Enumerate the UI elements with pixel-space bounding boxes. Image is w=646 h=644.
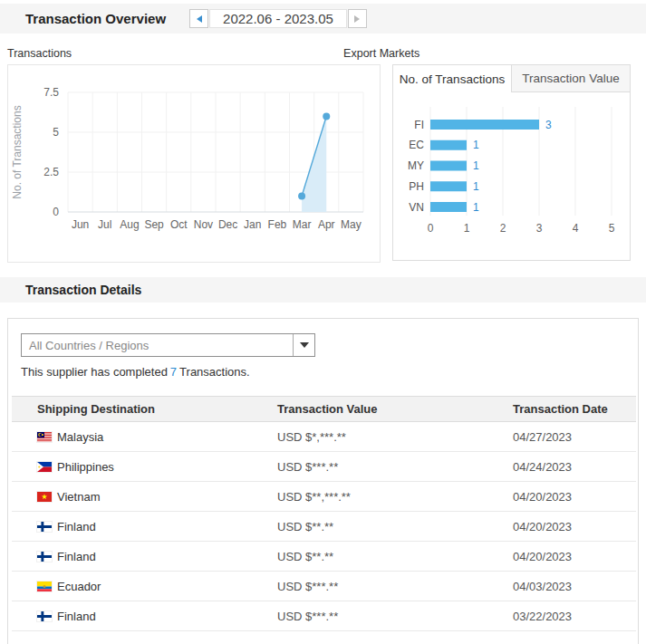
- export-markets-panel: No. of Transactions Transaction Value 01…: [392, 64, 631, 261]
- shipping-destination-cell: Vietnam: [12, 482, 277, 512]
- svg-text:1: 1: [473, 159, 479, 172]
- next-period-button[interactable]: [348, 9, 367, 28]
- svg-text:0: 0: [53, 206, 59, 218]
- svg-text:FI: FI: [414, 119, 424, 131]
- transaction-table-body: MalaysiaUSD $*,***.**04/27/2023Philippin…: [12, 422, 636, 631]
- svg-text:Nov: Nov: [194, 218, 213, 231]
- svg-text:3: 3: [536, 222, 543, 235]
- transactions-line-chart-panel: 02.557.5JunJulAugSepOctNovDecJanFebMarAp…: [7, 64, 381, 263]
- summary-suffix: Transactions.: [179, 365, 250, 379]
- country-name: Vietnam: [57, 490, 100, 504]
- svg-text:Jun: Jun: [72, 218, 89, 231]
- transaction-date-cell: 04/03/2023: [513, 572, 636, 601]
- export-markets-bar-chart: 012345FI3EC1MY1PH1VN1: [393, 92, 630, 260]
- table-row: FinlandUSD $**.**04/20/2023: [12, 542, 636, 572]
- svg-text:1: 1: [473, 139, 479, 151]
- svg-text:5: 5: [53, 126, 59, 139]
- country-filter-dropdown[interactable]: All Countries / Regions: [21, 333, 315, 357]
- svg-text:3: 3: [545, 119, 552, 131]
- col-transaction-date: Transaction Date: [513, 397, 636, 422]
- country-name: Finland: [57, 550, 96, 563]
- transaction-details-header: Transaction Details: [0, 277, 646, 303]
- transaction-date-cell: 04/20/2023: [513, 542, 636, 572]
- svg-text:2.5: 2.5: [43, 166, 59, 178]
- svg-text:MY: MY: [408, 159, 424, 172]
- country-name: Finland: [57, 520, 96, 533]
- country-filter-value: All Countries / Regions: [22, 339, 293, 352]
- svg-text:5: 5: [609, 222, 615, 235]
- table-row: FinlandUSD $***.**03/22/2023: [12, 601, 636, 631]
- transaction-value-cell: USD $**.**: [277, 512, 513, 542]
- tab-no-of-transactions[interactable]: No. of Transactions: [393, 65, 511, 92]
- table-row: FinlandUSD $**.**04/20/2023: [12, 512, 636, 542]
- date-range-label: 2022.06 - 2023.05: [209, 9, 347, 28]
- shipping-destination-cell: Finland: [12, 542, 277, 572]
- country-name: Malaysia: [57, 430, 103, 444]
- dropdown-caret-button[interactable]: [293, 334, 314, 356]
- svg-text:4: 4: [573, 222, 579, 235]
- transactions-chart-label: Transactions: [7, 47, 72, 62]
- transactions-line-chart: 02.557.5JunJulAugSepOctNovDecJanFebMarAp…: [8, 65, 380, 262]
- svg-text:1: 1: [473, 201, 479, 214]
- table-row: MalaysiaUSD $*,***.**04/27/2023: [12, 422, 636, 452]
- transaction-value-cell: USD $**.**: [277, 542, 513, 572]
- shipping-destination-cell: Malaysia: [12, 422, 277, 452]
- shipping-destination-cell: Finland: [12, 601, 277, 631]
- svg-text:Feb: Feb: [268, 218, 287, 231]
- table-row: EcuadorUSD $***.**04/03/2023: [12, 572, 636, 601]
- transaction-date-cell: 04/27/2023: [513, 422, 636, 452]
- svg-text:Dec: Dec: [218, 218, 237, 231]
- svg-text:Aug: Aug: [120, 218, 139, 231]
- country-name: Philippines: [57, 460, 114, 474]
- transaction-value-cell: USD $***.**: [277, 452, 513, 482]
- svg-text:PH: PH: [409, 180, 424, 193]
- flag-vn-icon: [37, 492, 52, 502]
- svg-text:May: May: [341, 218, 362, 231]
- shipping-destination-cell: Finland: [12, 512, 277, 542]
- transaction-date-cell: 04/24/2023: [513, 452, 636, 482]
- shipping-destination-cell: Ecuador: [12, 572, 277, 601]
- country-name: Finland: [57, 610, 96, 623]
- flag-fi-icon: [37, 522, 52, 532]
- transaction-value-cell: USD $***.**: [277, 572, 513, 601]
- date-range-navigator: 2022.06 - 2023.05: [189, 9, 367, 29]
- transactions-table: Shipping Destination Transaction Value T…: [12, 396, 636, 631]
- prev-period-button[interactable]: [189, 9, 208, 28]
- export-markets-label: Export Markets: [343, 47, 419, 62]
- flag-fi-icon: [37, 552, 52, 562]
- chevron-right-icon: [354, 15, 360, 23]
- svg-text:Jan: Jan: [244, 218, 261, 231]
- transaction-date-cell: 04/20/2023: [513, 482, 636, 512]
- svg-text:Jul: Jul: [98, 218, 111, 231]
- flag-fi-icon: [37, 611, 52, 621]
- flag-my-icon: [37, 432, 52, 442]
- transaction-value-cell: USD $**,***.**: [277, 482, 513, 512]
- tab-transaction-value[interactable]: Transaction Value: [511, 65, 630, 92]
- transaction-date-cell: 04/20/2023: [513, 512, 636, 542]
- svg-text:Sep: Sep: [144, 218, 164, 231]
- transaction-count: 7: [170, 365, 177, 379]
- table-row: VietnamUSD $**,***.**04/20/2023: [12, 482, 636, 512]
- table-row: PhilippinesUSD $***.**04/24/2023: [12, 452, 636, 482]
- table-header-row: Shipping Destination Transaction Value T…: [12, 397, 636, 422]
- chevron-left-icon: [197, 15, 202, 23]
- svg-text:VN: VN: [409, 201, 424, 214]
- export-markets-tabs: No. of Transactions Transaction Value: [393, 65, 630, 92]
- transaction-overview-header: Transaction Overview 2022.06 - 2023.05: [0, 4, 646, 34]
- flag-ec-icon: [37, 582, 52, 591]
- transaction-details-section: All Countries / Regions This supplier ha…: [7, 318, 639, 644]
- transaction-value-cell: USD $*,***.**: [277, 422, 513, 452]
- col-shipping-destination: Shipping Destination: [12, 397, 277, 422]
- country-name: Ecuador: [57, 580, 101, 593]
- supplier-summary: This supplier has completed7Transactions…: [21, 365, 634, 379]
- summary-prefix: This supplier has completed: [21, 365, 168, 379]
- svg-text:1: 1: [464, 222, 470, 235]
- svg-text:2: 2: [500, 222, 506, 235]
- svg-text:EC: EC: [409, 139, 424, 151]
- svg-text:Mar: Mar: [293, 218, 312, 231]
- svg-text:No. of Transactions: No. of Transactions: [11, 105, 24, 198]
- svg-text:7.5: 7.5: [43, 86, 59, 99]
- svg-text:Apr: Apr: [318, 218, 335, 231]
- flag-ph-icon: [37, 462, 52, 472]
- caret-down-icon: [300, 342, 309, 348]
